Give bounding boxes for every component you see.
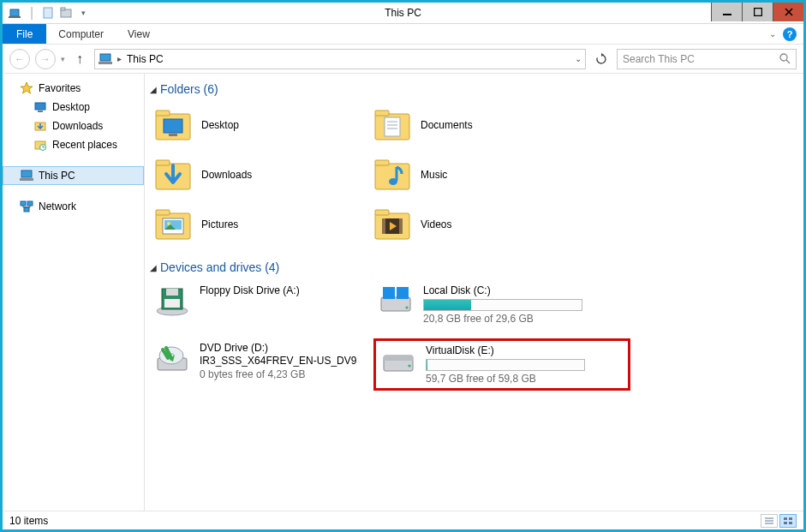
- svg-line-12: [786, 60, 790, 63]
- svg-rect-27: [169, 134, 177, 136]
- star-icon: [20, 81, 33, 95]
- search-input[interactable]: Search This PC: [617, 49, 797, 69]
- properties-icon[interactable]: [42, 6, 56, 20]
- folder-documents[interactable]: Documents: [369, 103, 583, 147]
- svg-rect-0: [10, 9, 19, 16]
- folder-music[interactable]: Music: [369, 152, 583, 197]
- dvd-icon: [153, 342, 191, 376]
- details-view-button[interactable]: [761, 514, 778, 528]
- svg-rect-53: [164, 299, 180, 308]
- computer-tab[interactable]: Computer: [46, 24, 116, 44]
- svg-rect-25: [156, 111, 170, 116]
- svg-rect-70: [784, 522, 787, 524]
- drive-dvd-d[interactable]: DVD Drive (D:) IR3_SSS_X64FREV_EN-US_DV9…: [150, 338, 368, 391]
- folders-section-header[interactable]: ◢ Folders (6): [150, 82, 795, 96]
- sidebar-item-label: Downloads: [52, 120, 103, 132]
- drive-title: DVD Drive (D:): [200, 342, 356, 354]
- sidebar-item-label: Network: [39, 200, 76, 212]
- refresh-button[interactable]: [591, 50, 612, 69]
- svg-marker-13: [21, 82, 33, 93]
- sidebar-item-recent[interactable]: Recent places: [3, 135, 144, 154]
- recent-icon: [33, 138, 47, 152]
- folder-desktop[interactable]: Desktop: [150, 103, 364, 147]
- drive-free-text: 0 bytes free of 4,23 GB: [200, 368, 356, 380]
- svg-rect-71: [789, 522, 792, 524]
- section-label: Devices and drives (4): [160, 260, 279, 274]
- address-bar[interactable]: ▸ This PC ⌄: [94, 49, 586, 69]
- view-tab[interactable]: View: [116, 24, 162, 44]
- maximize-button[interactable]: [742, 3, 773, 21]
- folder-label: Videos: [421, 218, 451, 230]
- folder-videos[interactable]: Videos: [369, 202, 583, 247]
- svg-rect-37: [375, 160, 389, 165]
- floppy-icon: [153, 284, 191, 319]
- drive-local-c[interactable]: Local Disk (C:) 20,8 GB free of 29,6 GB: [373, 281, 630, 328]
- svg-point-43: [167, 222, 170, 225]
- sidebar-item-downloads[interactable]: Downloads: [3, 117, 144, 135]
- hdd-icon: [377, 284, 415, 319]
- folder-icon: [373, 155, 412, 194]
- folder-icon: [153, 205, 193, 244]
- drive-title: Local Disk (C:): [423, 284, 582, 296]
- tiles-view-button[interactable]: [779, 514, 797, 528]
- app-icon: [8, 6, 21, 20]
- folder-downloads[interactable]: Downloads: [150, 152, 364, 197]
- search-icon: [779, 53, 791, 64]
- drive-floppy-a[interactable]: Floppy Disk Drive (A:): [150, 281, 368, 328]
- forward-button[interactable]: →: [35, 49, 56, 69]
- hdd-icon: [379, 344, 417, 379]
- svg-rect-56: [397, 287, 409, 299]
- svg-rect-40: [156, 210, 170, 215]
- sidebar-item-label: Recent places: [52, 139, 117, 151]
- svg-point-64: [408, 364, 410, 367]
- svg-rect-52: [166, 289, 178, 296]
- drive-title: VirtualDisk (E:): [426, 344, 585, 356]
- drive-virtualdisk-e[interactable]: VirtualDisk (E:) 59,7 GB free of 59,8 GB: [373, 338, 630, 391]
- close-button[interactable]: [773, 3, 803, 21]
- collapse-icon: ◢: [150, 85, 157, 94]
- status-item-count: 10 items: [9, 515, 48, 527]
- sidebar-item-this-pc[interactable]: This PC: [3, 166, 144, 185]
- folder-pictures[interactable]: Pictures: [150, 202, 364, 247]
- svg-rect-45: [375, 210, 389, 215]
- collapse-icon: ◢: [150, 263, 157, 272]
- content-pane: ◢ Folders (6) Desktop Documents: [145, 74, 803, 511]
- sidebar-favorites[interactable]: Favorites: [3, 79, 144, 98]
- usage-bar: [423, 299, 582, 311]
- folder-icon: [373, 105, 412, 145]
- svg-rect-22: [27, 201, 33, 206]
- sidebar-item-label: Desktop: [52, 101, 90, 113]
- svg-rect-14: [35, 103, 45, 110]
- new-folder-icon[interactable]: [59, 6, 73, 20]
- drive-volume-label: IR3_SSS_X64FREV_EN-US_DV9: [200, 355, 356, 367]
- navigation-pane: Favorites Desktop Downloads: [3, 74, 145, 511]
- up-button[interactable]: ↑: [70, 50, 89, 69]
- svg-rect-2: [44, 8, 52, 18]
- chevron-right-icon[interactable]: ▸: [117, 54, 122, 63]
- svg-rect-6: [754, 9, 761, 16]
- svg-rect-69: [789, 517, 792, 520]
- qat-dropdown-icon[interactable]: ▾: [76, 6, 90, 20]
- svg-rect-26: [164, 119, 182, 133]
- navigation-bar: ← → ▾ ↑ ▸ This PC ⌄ Search This PC: [3, 45, 803, 74]
- svg-rect-5: [723, 14, 731, 15]
- svg-rect-48: [399, 218, 403, 234]
- address-dropdown-icon[interactable]: ⌄: [575, 54, 582, 63]
- expand-ribbon-icon[interactable]: ⌄: [769, 29, 776, 39]
- drives-section-header[interactable]: ◢ Devices and drives (4): [150, 260, 795, 274]
- folder-icon: [373, 205, 412, 244]
- help-icon[interactable]: ?: [783, 27, 797, 41]
- svg-rect-54: [381, 297, 410, 311]
- sidebar-item-network[interactable]: Network: [3, 197, 144, 216]
- history-dropdown-icon[interactable]: ▾: [61, 55, 65, 63]
- window-title: This PC: [3, 7, 803, 19]
- svg-point-11: [780, 54, 787, 61]
- svg-rect-19: [21, 170, 32, 177]
- status-bar: 10 items: [3, 511, 803, 529]
- minimize-button[interactable]: [711, 3, 742, 21]
- svg-rect-29: [375, 111, 389, 116]
- folder-label: Downloads: [201, 169, 252, 181]
- back-button[interactable]: ←: [9, 49, 30, 69]
- file-tab[interactable]: File: [3, 24, 46, 44]
- sidebar-item-desktop[interactable]: Desktop: [3, 98, 144, 117]
